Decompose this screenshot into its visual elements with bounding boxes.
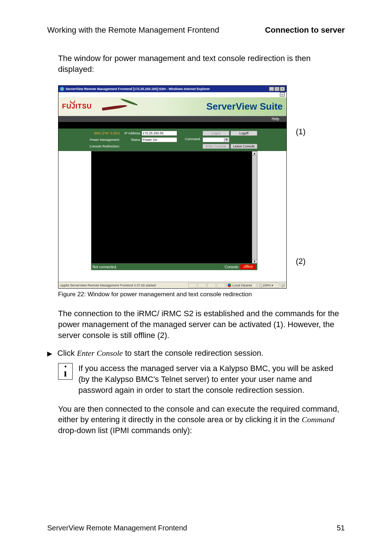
note-text: If you access the managed server via a K…	[78, 363, 345, 395]
terminal-scrollbar[interactable]	[252, 151, 257, 263]
logoff-button[interactable]: Logoff	[230, 131, 257, 136]
enter-console-button[interactable]: Enter Console	[203, 144, 229, 149]
applet-started-text: Applet ServerView Remote Management Fron…	[60, 284, 156, 287]
command-label: Command	[185, 137, 201, 142]
running-header-right: Connection to server	[265, 25, 345, 35]
maximize-button[interactable]: □	[274, 87, 279, 91]
security-zone-text: Local intranet	[232, 284, 252, 287]
zoom-value: 100%	[262, 284, 271, 287]
screenshot-figure: ServerView Remote Management Frontend [1…	[58, 85, 287, 289]
banner-swirl-graphic	[102, 99, 146, 114]
help-link[interactable]: Help	[271, 116, 279, 122]
console-status-label: Console:	[225, 265, 239, 269]
command-dropdown-name: Command	[302, 415, 334, 424]
paragraph-connection: The connection to the iRMC/ iRMC S2 is e…	[58, 308, 345, 341]
console-status-value: offline	[240, 264, 256, 269]
ip-address-field[interactable]: 172.25.250.55	[142, 131, 177, 136]
zoom-control[interactable]: 100% ▾	[257, 283, 279, 288]
page-number: 51	[337, 524, 345, 532]
intranet-icon	[228, 284, 231, 287]
black-strip	[58, 122, 286, 129]
status-field: Power On	[142, 137, 177, 142]
console-terminal[interactable]	[91, 151, 257, 264]
status-cell	[198, 283, 207, 288]
enter-console-command: Enter Console	[77, 349, 123, 358]
paragraph-final: You are then connected to the console an…	[58, 404, 345, 436]
running-header-left: Working with the Remote Management Front…	[47, 25, 219, 35]
status-cell	[188, 283, 197, 288]
close-button[interactable]: ×	[280, 87, 285, 91]
leave-console-button[interactable]: Leave Console	[230, 144, 257, 149]
browser-status-bar: Applet ServerView Remote Management Fron…	[58, 282, 286, 288]
control-area: BMC (FW: 3.23A) IP Address 172.25.250.55…	[58, 129, 286, 151]
callout-2: (2)	[296, 257, 306, 266]
connection-status-text: Not connected.	[93, 265, 117, 269]
zoom-dropdown-icon: ▾	[271, 284, 273, 287]
figure-caption: Figure 22: Window for power management a…	[58, 291, 345, 298]
logon-button[interactable]: Logon	[203, 131, 229, 136]
collapse-button[interactable]: –	[280, 92, 285, 97]
suite-title: ServerView Suite	[206, 101, 283, 112]
zoom-icon	[259, 284, 262, 287]
callout-1: (1)	[296, 127, 306, 137]
status-cell	[217, 283, 225, 288]
applet-status-bar: Not connected. Console: offline	[91, 264, 257, 270]
intro-paragraph: The window for power management and text…	[58, 53, 345, 74]
status-label: Status	[122, 138, 142, 142]
instruction-text: Click Enter Console to start the console…	[57, 349, 264, 358]
help-bar: Help	[58, 116, 286, 122]
info-icon: ı	[58, 363, 73, 380]
minimize-button[interactable]: _	[269, 87, 274, 91]
ip-address-label: IP Address	[122, 131, 142, 135]
footer-title: ServerView Remote Management Frontend	[47, 524, 187, 532]
window-titlebar: ServerView Remote Management Frontend [1…	[58, 86, 286, 92]
bmc-label: BMC (FW: 3.23A)	[58, 131, 122, 135]
window-title: ServerView Remote Management Frontend [1…	[66, 87, 210, 91]
power-management-label: Power Management:	[58, 138, 122, 142]
status-cell	[207, 283, 216, 288]
ie-icon	[60, 87, 64, 91]
security-zone: Local intranet	[226, 283, 257, 288]
console-redirection-label: Console Redirection:	[58, 144, 122, 148]
command-select[interactable]	[203, 137, 229, 142]
brand-banner: FUJITSU ServerView Suite	[58, 97, 286, 116]
resize-grip-icon[interactable]	[281, 283, 285, 288]
instruction-bullet-icon: ▶	[47, 349, 52, 359]
fujitsu-logo: FUJITSU	[62, 103, 92, 110]
